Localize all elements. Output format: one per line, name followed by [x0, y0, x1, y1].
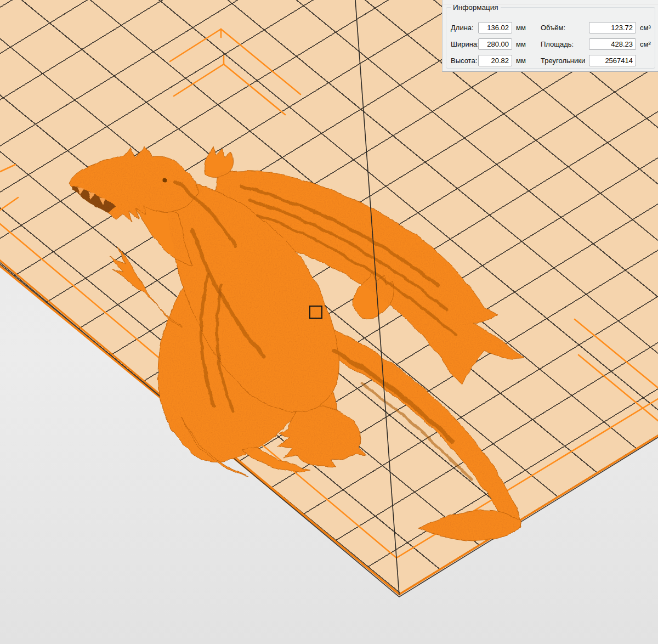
width-label: Ширина:	[451, 40, 478, 48]
volume-unit: см³	[640, 24, 651, 32]
volume-row: Объём: см³	[541, 21, 651, 33]
length-row: Длина: мм	[451, 21, 526, 33]
height-row: Высота: мм	[451, 54, 526, 66]
dragon-texture	[55, 137, 548, 631]
area-field[interactable]	[589, 38, 636, 50]
triangles-row: Треугольники	[541, 54, 651, 66]
dragon-model[interactable]	[55, 137, 548, 631]
width-row: Ширина: мм	[451, 38, 526, 50]
3d-viewport[interactable]: Информация Длина: мм Ширина: мм Высота: …	[0, 0, 658, 644]
width-field[interactable]	[478, 38, 512, 50]
stats-column: Объём: см³ Площадь: см² Треугольники	[541, 21, 651, 71]
panel-title: Информация	[451, 3, 501, 12]
triangles-label: Треугольники	[541, 57, 589, 65]
triangles-field[interactable]	[589, 55, 636, 66]
height-unit: мм	[516, 57, 526, 65]
information-groupbox: Информация Длина: мм Ширина: мм Высота: …	[446, 3, 655, 69]
volume-field[interactable]	[589, 22, 636, 33]
area-label: Площадь:	[541, 40, 589, 48]
platform-boundary-marks	[0, 29, 658, 558]
dimensions-column: Длина: мм Ширина: мм Высота: мм	[451, 21, 526, 71]
area-unit: см²	[640, 40, 651, 48]
length-unit: мм	[516, 24, 526, 32]
width-unit: мм	[516, 40, 526, 48]
height-field[interactable]	[478, 55, 512, 66]
scene-overlay	[0, 0, 658, 644]
length-field[interactable]	[478, 22, 512, 33]
height-label: Высота:	[451, 57, 478, 65]
info-panel: Информация Длина: мм Ширина: мм Высота: …	[442, 0, 658, 72]
volume-label: Объём:	[541, 24, 589, 32]
length-label: Длина:	[451, 24, 478, 32]
area-row: Площадь: см²	[541, 38, 651, 50]
